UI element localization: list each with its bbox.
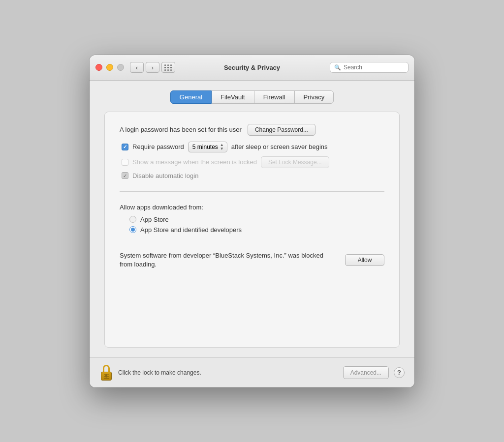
blocked-text: System software from developer “BlueStac…	[120, 251, 337, 269]
traffic-lights	[95, 64, 124, 71]
require-password-label: Require password	[132, 143, 184, 150]
maximize-button[interactable]	[117, 64, 124, 71]
change-password-button[interactable]: Change Password...	[248, 124, 315, 136]
lock-label: Click the lock to make changes.	[118, 369, 338, 376]
tab-filevault[interactable]: FileVault	[212, 90, 254, 104]
password-set-row: A login password has been set for this u…	[120, 124, 384, 136]
dot	[164, 69, 166, 71]
grid-view-button[interactable]	[161, 62, 175, 73]
tab-bar: General FileVault Firewall Privacy	[104, 90, 400, 104]
disable-login-label: Disable automatic login	[132, 172, 198, 179]
radio-app-store-identified[interactable]	[129, 226, 136, 233]
show-message-row: Show a message when the screen is locked…	[120, 156, 384, 168]
tab-privacy[interactable]: Privacy	[295, 90, 334, 104]
require-password-row: Require password 5 minutes ▲ ▼ after sle…	[120, 142, 384, 152]
dropdown-arrows-icon: ▲ ▼	[220, 143, 224, 151]
allow-button[interactable]: Allow	[345, 254, 384, 266]
grid-icon	[164, 64, 172, 71]
lock-stripe	[104, 378, 109, 379]
radio-app-store-row: App Store	[129, 216, 384, 223]
radio-app-store-label: App Store	[140, 216, 169, 223]
forward-button[interactable]: ›	[146, 62, 159, 73]
close-button[interactable]	[95, 64, 102, 71]
show-message-label: Show a message when the screen is locked	[132, 158, 257, 166]
set-lock-message-button[interactable]: Set Lock Message...	[261, 156, 329, 168]
advanced-button[interactable]: Advanced...	[343, 366, 389, 379]
tab-general[interactable]: General	[170, 90, 212, 104]
radio-app-store[interactable]	[129, 216, 136, 223]
dropdown-value: 5 minutes	[192, 144, 218, 150]
titlebar: ‹ › Security & Privacy 🔍	[90, 55, 414, 81]
radio-app-store-identified-label: App Store and identified developers	[140, 226, 242, 234]
disable-login-checkbox[interactable]	[122, 172, 128, 179]
radio-app-store-identified-row: App Store and identified developers	[129, 226, 384, 234]
show-message-checkbox[interactable]	[122, 159, 128, 166]
dot	[170, 69, 172, 71]
dot	[164, 64, 166, 66]
download-section: Allow apps downloaded from: App Store Ap…	[120, 204, 384, 234]
lock-stripe	[104, 374, 109, 375]
section-divider	[120, 191, 384, 192]
password-set-label: A login password has been set for this u…	[120, 126, 242, 133]
window-title: Security & Privacy	[224, 64, 280, 71]
dot	[167, 64, 169, 66]
after-sleep-label: after sleep or screen saver begins	[231, 143, 328, 150]
lock-shackle	[103, 365, 110, 372]
content-area: General FileVault Firewall Privacy A log…	[90, 81, 414, 357]
dot	[167, 69, 169, 71]
lock-body	[101, 372, 112, 381]
main-window: ‹ › Security & Privacy 🔍 Gener	[90, 55, 414, 387]
search-box[interactable]: 🔍	[330, 62, 409, 73]
nav-buttons: ‹ ›	[130, 62, 159, 73]
password-section: A login password has been set for this u…	[120, 124, 384, 179]
search-icon: 🔍	[334, 64, 341, 71]
dot	[170, 64, 172, 66]
download-section-label: Allow apps downloaded from:	[120, 204, 384, 211]
require-password-checkbox[interactable]	[122, 144, 128, 150]
back-button[interactable]: ‹	[130, 62, 144, 73]
tab-firewall[interactable]: Firewall	[254, 90, 295, 104]
search-input[interactable]	[344, 64, 404, 71]
lock-stripes	[104, 374, 109, 379]
lock-icon[interactable]	[99, 365, 113, 381]
lock-stripe	[104, 376, 109, 377]
minimize-button[interactable]	[106, 64, 113, 71]
password-time-dropdown[interactable]: 5 minutes ▲ ▼	[188, 142, 227, 152]
blocked-section: System software from developer “BlueStac…	[120, 245, 384, 275]
dot	[164, 67, 166, 68]
settings-panel: A login password has been set for this u…	[104, 112, 400, 348]
disable-login-row: Disable automatic login	[120, 172, 384, 179]
download-radio-group: App Store App Store and identified devel…	[120, 216, 384, 234]
dot	[167, 67, 169, 68]
bottom-bar: Click the lock to make changes. Advanced…	[90, 357, 414, 387]
dot	[170, 67, 172, 68]
help-button[interactable]: ?	[394, 367, 405, 378]
